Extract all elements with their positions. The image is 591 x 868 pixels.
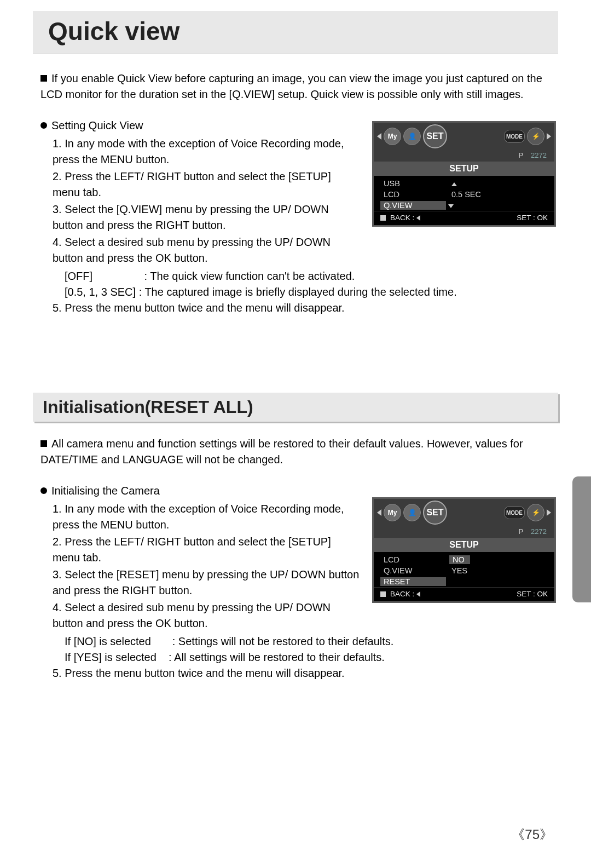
- my-icon: My: [384, 504, 401, 521]
- qv-step-1: 1. In any mode with the exception of Voi…: [53, 136, 360, 168]
- qv-step-4: 4. Select a desired sub menu by pressing…: [53, 234, 360, 266]
- lcd-iconbar: My 👤 SET MODE ⚡: [374, 123, 554, 150]
- menu-val: [449, 179, 554, 188]
- lcd-footer: BACK : SET : OK: [374, 587, 554, 601]
- reset-step-3: 3. Select the [RESET] menu by pressing t…: [53, 567, 360, 599]
- lcd-iconbar: My 👤 SET MODE ⚡: [374, 499, 554, 526]
- set-icon: SET: [423, 124, 447, 148]
- menu-label: RESET: [380, 577, 446, 586]
- qv-step-5: 5. Press the menu button twice and the m…: [53, 300, 558, 316]
- reset-opt-yes: If [YES] is selected : All settings will…: [65, 649, 558, 665]
- page-number: 《75》: [512, 826, 553, 843]
- qv-heading: Setting Quick View: [40, 118, 360, 134]
- menu-row-lcd: LCD NO: [374, 554, 554, 565]
- lcd-screenshot-qview: My 👤 SET MODE ⚡ P 2272 SETUP: [372, 121, 556, 227]
- side-tab: [572, 476, 591, 602]
- menu-val: YES: [449, 566, 554, 575]
- qv-opt-off: [OFF] : The quick view function can't be…: [65, 268, 558, 284]
- flash-icon: ⚡: [527, 504, 544, 521]
- mode-icon: MODE: [504, 130, 525, 143]
- back-label: BACK :: [380, 214, 420, 222]
- qv-opt-sec: [0.5, 1, 3 SEC] : The captured image is …: [65, 284, 558, 300]
- setup-header: SETUP: [374, 538, 554, 552]
- lcd-subbar: P 2272: [374, 526, 554, 538]
- menu-val: NO: [449, 555, 470, 564]
- back-label: BACK :: [380, 590, 420, 598]
- setok-label: SET : OK: [517, 214, 548, 222]
- res-label: 2272: [531, 151, 547, 159]
- menu-row-qview: Q.VIEW YES: [374, 565, 554, 576]
- back-arrow-icon: [416, 591, 420, 597]
- p-label: P: [518, 527, 523, 536]
- my-icon: My: [384, 128, 401, 145]
- lcd-footer: BACK : SET : OK: [374, 211, 554, 225]
- menu-label: Q.VIEW: [384, 566, 449, 575]
- person-icon: 👤: [403, 128, 421, 145]
- arrow-down-icon: [448, 204, 454, 208]
- qv-step-3: 3. Select the [Q.VIEW] menu by pressing …: [53, 202, 360, 233]
- menu-row-reset: RESET: [374, 576, 554, 587]
- menu-label: Q.VIEW: [380, 201, 446, 210]
- set-icon: SET: [423, 501, 447, 525]
- p-label: P: [518, 151, 523, 159]
- menu-val: [446, 577, 554, 586]
- menu-label: LCD: [384, 190, 449, 199]
- menu-label: LCD: [384, 555, 449, 564]
- lcd-menu: LCD NO Q.VIEW YES RESET: [374, 552, 554, 587]
- reset-step-1: 1. In any mode with the exception of Voi…: [53, 501, 360, 533]
- back-arrow-icon: [416, 215, 420, 221]
- section-title: Initialisation(RESET ALL): [43, 397, 548, 417]
- lcd-menu: USB LCD 0.5 SEC Q.VIEW: [374, 176, 554, 211]
- nav-right-icon: [547, 133, 551, 140]
- nav-left-icon: [377, 509, 381, 516]
- page-title: Quick view: [48, 16, 543, 46]
- reset-steps: 1. In any mode with the exception of Voi…: [53, 501, 360, 631]
- reset-intro: All camera menu and function settings wi…: [40, 436, 558, 468]
- reset-step-4: 4. Select a desired sub menu by pressing…: [53, 600, 360, 631]
- setup-header: SETUP: [374, 162, 554, 176]
- arrow-up-icon: [451, 182, 457, 186]
- menu-label: USB: [384, 179, 449, 188]
- mode-icon: MODE: [504, 506, 525, 519]
- reset-opt-no: If [NO] is selected : Settings will not …: [65, 634, 558, 649]
- reset-step-2: 2. Press the LEFT/ RIGHT button and sele…: [53, 534, 360, 566]
- menu-row-qview: Q.VIEW: [374, 200, 554, 211]
- menu-val: [446, 201, 554, 210]
- person-icon: 👤: [403, 504, 421, 521]
- reset-heading: Initialising the Camera: [40, 483, 360, 499]
- setok-label: SET : OK: [517, 590, 548, 598]
- page-title-bar: Quick view: [33, 11, 558, 54]
- intro-paragraph: If you enable Quick View before capturin…: [40, 71, 558, 102]
- menu-row-lcd: LCD 0.5 SEC: [374, 189, 554, 200]
- section-title-bar: Initialisation(RESET ALL): [33, 393, 558, 422]
- nav-right-icon: [547, 509, 551, 516]
- menu-val: 0.5 SEC: [449, 190, 554, 199]
- menu-row-usb: USB: [374, 178, 554, 189]
- reset-step-5: 5. Press the menu button twice and the m…: [53, 665, 558, 681]
- res-label: 2272: [531, 527, 547, 536]
- stop-icon: [380, 215, 386, 221]
- flash-icon: ⚡: [527, 128, 544, 145]
- lcd-screenshot-reset: My 👤 SET MODE ⚡ P 2272 SETUP: [372, 497, 556, 603]
- qv-step-2: 2. Press the LEFT/ RIGHT button and sele…: [53, 169, 360, 200]
- lcd-subbar: P 2272: [374, 150, 554, 162]
- nav-left-icon: [377, 133, 381, 140]
- qv-steps: 1. In any mode with the exception of Voi…: [53, 136, 360, 266]
- stop-icon: [380, 591, 386, 597]
